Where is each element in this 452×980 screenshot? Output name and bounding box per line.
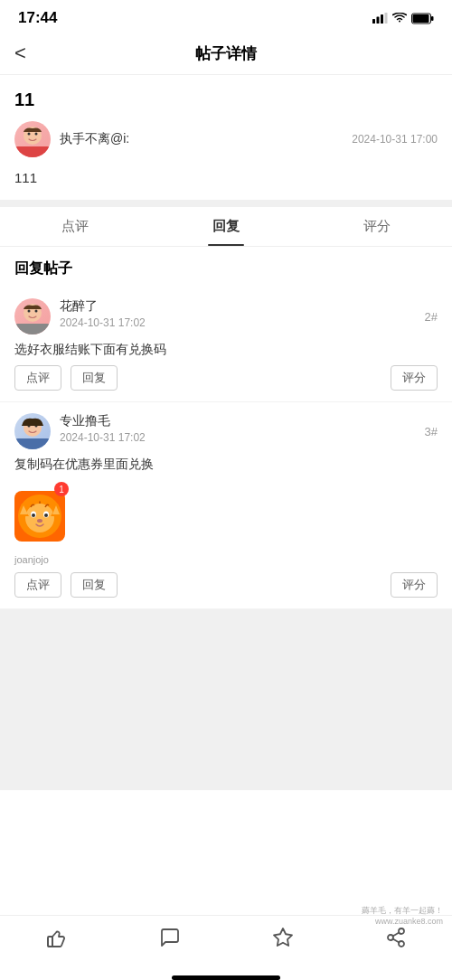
sticker-username: joanjojo (14, 554, 438, 565)
svg-rect-6 (431, 16, 434, 21)
nav-star[interactable] (226, 923, 339, 952)
post-author-name: 执手不离@i: (60, 131, 129, 147)
reply-actions-left-2: 点评 回复 (14, 572, 118, 598)
svg-point-12 (28, 310, 31, 313)
comment-button-1[interactable]: 点评 (14, 365, 61, 391)
post-container: 11 执手不离@i: 2024-10-31 17:00 111 (0, 75, 452, 207)
svg-point-34 (399, 941, 404, 947)
reply-avatar-illustration-1 (14, 298, 51, 335)
bottom-wrapper: 薅羊毛，有羊一起薅！ www.zuanke8.com (0, 915, 452, 980)
svg-rect-1 (377, 17, 380, 24)
post-author-avatar (14, 121, 51, 157)
svg-rect-14 (14, 324, 51, 335)
reply-actions-1: 点评 回复 评分 (14, 365, 438, 391)
post-author-row: 执手不离@i: 2024-10-31 17:00 (14, 121, 438, 157)
nav-like[interactable] (0, 923, 113, 952)
reply-actions-2: 点评 回复 评分 (14, 572, 438, 598)
reply-number-1: 2# (425, 310, 438, 324)
thumb-up-icon (46, 927, 68, 948)
watermark-line2: www.zuanke8.com (362, 917, 443, 926)
status-time: 17:44 (18, 9, 57, 27)
svg-point-8 (28, 133, 31, 136)
nav-comment[interactable] (113, 923, 226, 952)
tab-comment[interactable]: 点评 (0, 207, 151, 246)
status-bar: 17:44 (0, 0, 452, 33)
reply-meta-row-2: 专业撸毛 2024-10-31 17:02 3# (14, 413, 438, 449)
svg-rect-30 (48, 937, 52, 947)
post-time: 2024-10-31 17:00 (352, 133, 438, 146)
reply-number-2: 3# (425, 425, 438, 438)
svg-point-13 (35, 310, 38, 313)
nav-share[interactable] (339, 923, 452, 952)
back-button[interactable]: < (14, 40, 33, 67)
tiger-sticker-svg (14, 491, 65, 542)
reply-time-1: 2024-10-31 17:02 (60, 316, 146, 329)
gray-area (0, 609, 452, 790)
reply-avatar-illustration-2 (14, 413, 51, 449)
svg-rect-5 (413, 14, 429, 23)
reply-author-details-2: 专业撸毛 2024-10-31 17:02 (60, 413, 146, 444)
avatar-illustration (14, 121, 51, 157)
reply-author-info-2: 专业撸毛 2024-10-31 17:02 (14, 413, 146, 449)
reply-meta-row: 花醉了 2024-10-31 17:02 2# (14, 298, 438, 335)
reply-button-2[interactable]: 回复 (71, 572, 118, 598)
reply-author-details: 花醉了 2024-10-31 17:02 (60, 298, 146, 329)
svg-rect-0 (372, 19, 375, 24)
post-title: 11 (14, 90, 438, 110)
svg-point-20 (25, 504, 54, 532)
svg-rect-18 (14, 438, 51, 449)
svg-point-29 (37, 519, 42, 523)
reply-actions-left-1: 点评 回复 (14, 365, 118, 391)
home-indicator (172, 975, 280, 980)
watermark-line1: 薅羊毛，有羊一起薅！ (362, 905, 443, 917)
reply-author-name-1: 花醉了 (60, 298, 146, 315)
nav-bar: < 帖子详情 (0, 33, 452, 75)
replies-header: 回复帖子 (0, 247, 452, 287)
star-icon (272, 927, 294, 948)
reply-content-1: 选好衣服结账下面有兑换码 (14, 342, 438, 358)
svg-point-33 (388, 935, 393, 940)
tab-reply[interactable]: 回复 (151, 207, 302, 246)
reply-button-1[interactable]: 回复 (71, 365, 118, 391)
svg-point-32 (399, 928, 404, 934)
comment-icon (159, 927, 181, 948)
reply-item-2: 专业撸毛 2024-10-31 17:02 3# 复制码在优惠券里面兑换 (0, 402, 452, 609)
svg-marker-31 (274, 928, 292, 946)
watermark: 薅羊毛，有羊一起薅！ www.zuanke8.com (362, 905, 443, 926)
tabs-bar: 点评 回复 评分 (0, 207, 452, 247)
wifi-icon (392, 13, 407, 24)
reply-author-name-2: 专业撸毛 (60, 413, 146, 429)
page-title: 帖子详情 (195, 43, 257, 64)
post-author-left: 执手不离@i: (14, 121, 129, 157)
sticker-wrapper: 1 (14, 485, 65, 547)
svg-rect-3 (385, 13, 388, 24)
svg-point-28 (44, 514, 48, 517)
battery-icon (411, 13, 434, 24)
reply-avatar-2 (14, 413, 51, 449)
svg-point-9 (35, 133, 38, 136)
post-body: 111 (14, 166, 438, 185)
score-button-1[interactable]: 评分 (391, 365, 438, 391)
svg-line-35 (392, 939, 399, 943)
svg-line-36 (392, 933, 399, 937)
reply-avatar-1 (14, 298, 51, 335)
sticker-image (14, 491, 65, 542)
svg-rect-10 (14, 146, 51, 157)
svg-point-27 (32, 514, 35, 517)
replies-section: 回复帖子 花醉了 2024-10-31 17:02 (0, 247, 452, 915)
reply-author-info: 花醉了 2024-10-31 17:02 (14, 298, 146, 335)
svg-rect-2 (381, 14, 383, 24)
reply-content-2: 复制码在优惠券里面兑换 (14, 457, 438, 473)
status-icons (372, 13, 434, 24)
comment-button-2[interactable]: 点评 (14, 572, 61, 598)
reply-item: 花醉了 2024-10-31 17:02 2# 选好衣服结账下面有兑换码 点评 … (0, 287, 452, 402)
score-button-2[interactable]: 评分 (391, 572, 438, 598)
reply-time-2: 2024-10-31 17:02 (60, 431, 146, 444)
signal-icon (372, 13, 388, 24)
sticker-notification: 1 (54, 482, 69, 496)
share-icon (385, 927, 407, 948)
tab-score[interactable]: 评分 (301, 207, 452, 246)
